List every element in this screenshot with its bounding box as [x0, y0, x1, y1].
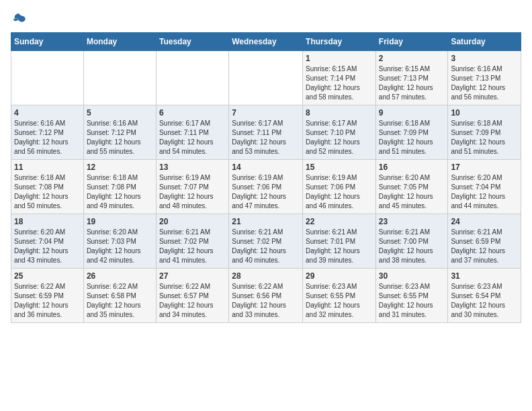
day-number: 12 [87, 163, 153, 172]
day-info: Sunrise: 6:19 AM Sunset: 7:07 PM Dayligh… [159, 173, 226, 211]
day-info: Sunrise: 6:17 AM Sunset: 7:11 PM Dayligh… [232, 119, 300, 156]
calendar-week-row: 18Sunrise: 6:20 AM Sunset: 7:04 PM Dayli… [11, 214, 521, 269]
calendar-cell: 23Sunrise: 6:21 AM Sunset: 7:00 PM Dayli… [375, 214, 448, 269]
calendar-header-row: SundayMondayTuesdayWednesdayThursdayFrid… [11, 33, 521, 51]
day-info: Sunrise: 6:16 AM Sunset: 7:13 PM Dayligh… [451, 64, 518, 102]
day-number: 10 [451, 108, 518, 118]
day-number: 24 [451, 217, 518, 226]
calendar-week-row: 25Sunrise: 6:22 AM Sunset: 6:59 PM Dayli… [11, 269, 521, 323]
calendar-cell: 5Sunrise: 6:16 AM Sunset: 7:12 PM Daylig… [83, 105, 156, 160]
day-number: 3 [451, 54, 518, 63]
day-number: 30 [379, 271, 445, 281]
calendar-week-row: 4Sunrise: 6:16 AM Sunset: 7:12 PM Daylig… [11, 105, 521, 160]
calendar-cell: 15Sunrise: 6:19 AM Sunset: 7:06 PM Dayli… [303, 160, 376, 214]
calendar-cell: 6Sunrise: 6:17 AM Sunset: 7:11 PM Daylig… [156, 105, 228, 160]
calendar-cell: 1Sunrise: 6:15 AM Sunset: 7:14 PM Daylig… [303, 51, 376, 105]
day-info: Sunrise: 6:18 AM Sunset: 7:08 PM Dayligh… [14, 173, 81, 211]
calendar-cell: 29Sunrise: 6:23 AM Sunset: 6:55 PM Dayli… [303, 269, 376, 323]
day-info: Sunrise: 6:20 AM Sunset: 7:05 PM Dayligh… [379, 173, 445, 211]
calendar-cell: 2Sunrise: 6:15 AM Sunset: 7:13 PM Daylig… [375, 51, 448, 105]
calendar-cell: 4Sunrise: 6:16 AM Sunset: 7:12 PM Daylig… [11, 105, 84, 160]
calendar-cell: 13Sunrise: 6:19 AM Sunset: 7:07 PM Dayli… [156, 160, 228, 214]
day-number: 13 [159, 163, 226, 172]
calendar-cell: 28Sunrise: 6:22 AM Sunset: 6:56 PM Dayli… [229, 269, 303, 323]
day-number: 22 [306, 217, 373, 226]
calendar-cell: 16Sunrise: 6:20 AM Sunset: 7:05 PM Dayli… [375, 160, 448, 214]
day-number: 16 [379, 163, 445, 172]
calendar-week-row: 1Sunrise: 6:15 AM Sunset: 7:14 PM Daylig… [11, 51, 521, 105]
calendar-cell: 26Sunrise: 6:22 AM Sunset: 6:58 PM Dayli… [83, 269, 156, 323]
day-info: Sunrise: 6:20 AM Sunset: 7:04 PM Dayligh… [451, 173, 518, 211]
day-number: 4 [14, 108, 81, 118]
calendar-cell: 8Sunrise: 6:17 AM Sunset: 7:10 PM Daylig… [303, 105, 376, 160]
day-of-week-header: Saturday [448, 33, 521, 51]
day-number: 11 [14, 163, 81, 172]
calendar-cell: 3Sunrise: 6:16 AM Sunset: 7:13 PM Daylig… [448, 51, 521, 105]
calendar-cell: 10Sunrise: 6:18 AM Sunset: 7:09 PM Dayli… [448, 105, 521, 160]
day-info: Sunrise: 6:23 AM Sunset: 6:54 PM Dayligh… [451, 282, 518, 320]
day-number: 7 [232, 108, 300, 118]
day-info: Sunrise: 6:17 AM Sunset: 7:10 PM Dayligh… [306, 119, 373, 156]
day-number: 21 [232, 217, 300, 226]
day-number: 23 [379, 217, 445, 226]
day-of-week-header: Friday [375, 33, 448, 51]
day-number: 8 [306, 108, 373, 118]
day-number: 1 [306, 54, 373, 63]
day-of-week-header: Sunday [11, 33, 84, 51]
day-info: Sunrise: 6:20 AM Sunset: 7:04 PM Dayligh… [14, 228, 81, 265]
day-number: 25 [14, 271, 81, 281]
calendar-cell: 7Sunrise: 6:17 AM Sunset: 7:11 PM Daylig… [229, 105, 303, 160]
day-info: Sunrise: 6:22 AM Sunset: 6:59 PM Dayligh… [14, 282, 81, 320]
day-info: Sunrise: 6:22 AM Sunset: 6:56 PM Dayligh… [232, 282, 300, 320]
day-number: 18 [14, 217, 81, 226]
day-number: 15 [306, 163, 373, 172]
calendar-cell: 20Sunrise: 6:21 AM Sunset: 7:02 PM Dayli… [156, 214, 228, 269]
day-info: Sunrise: 6:15 AM Sunset: 7:13 PM Dayligh… [379, 64, 445, 102]
day-info: Sunrise: 6:19 AM Sunset: 7:06 PM Dayligh… [306, 173, 373, 211]
day-number: 28 [232, 271, 300, 281]
calendar-table: SundayMondayTuesdayWednesdayThursdayFrid… [11, 32, 521, 323]
calendar-week-row: 11Sunrise: 6:18 AM Sunset: 7:08 PM Dayli… [11, 160, 521, 214]
calendar-cell: 19Sunrise: 6:20 AM Sunset: 7:03 PM Dayli… [83, 214, 156, 269]
calendar-cell: 30Sunrise: 6:23 AM Sunset: 6:55 PM Dayli… [375, 269, 448, 323]
page-header [11, 11, 521, 27]
day-info: Sunrise: 6:18 AM Sunset: 7:09 PM Dayligh… [451, 119, 518, 156]
logo-bird-icon [11, 11, 27, 27]
day-info: Sunrise: 6:23 AM Sunset: 6:55 PM Dayligh… [306, 282, 373, 320]
day-info: Sunrise: 6:18 AM Sunset: 7:09 PM Dayligh… [379, 119, 445, 156]
logo [11, 11, 30, 27]
day-number: 9 [379, 108, 445, 118]
calendar-cell: 27Sunrise: 6:22 AM Sunset: 6:57 PM Dayli… [156, 269, 228, 323]
calendar-cell: 24Sunrise: 6:21 AM Sunset: 6:59 PM Dayli… [448, 214, 521, 269]
day-info: Sunrise: 6:21 AM Sunset: 6:59 PM Dayligh… [451, 228, 518, 265]
day-number: 19 [87, 217, 153, 226]
day-number: 31 [451, 271, 518, 281]
day-of-week-header: Monday [83, 33, 156, 51]
calendar-cell: 12Sunrise: 6:18 AM Sunset: 7:08 PM Dayli… [83, 160, 156, 214]
calendar-cell: 9Sunrise: 6:18 AM Sunset: 7:09 PM Daylig… [375, 105, 448, 160]
day-of-week-header: Thursday [303, 33, 376, 51]
day-info: Sunrise: 6:19 AM Sunset: 7:06 PM Dayligh… [232, 173, 300, 211]
day-info: Sunrise: 6:22 AM Sunset: 6:58 PM Dayligh… [87, 282, 153, 320]
calendar-cell: 25Sunrise: 6:22 AM Sunset: 6:59 PM Dayli… [11, 269, 84, 323]
day-info: Sunrise: 6:20 AM Sunset: 7:03 PM Dayligh… [87, 228, 153, 265]
calendar-cell: 31Sunrise: 6:23 AM Sunset: 6:54 PM Dayli… [448, 269, 521, 323]
calendar-cell: 18Sunrise: 6:20 AM Sunset: 7:04 PM Dayli… [11, 214, 84, 269]
calendar-cell [11, 51, 84, 105]
day-number: 2 [379, 54, 445, 63]
day-of-week-header: Tuesday [156, 33, 228, 51]
calendar-cell [229, 51, 303, 105]
day-number: 5 [87, 108, 153, 118]
calendar-cell: 17Sunrise: 6:20 AM Sunset: 7:04 PM Dayli… [448, 160, 521, 214]
day-info: Sunrise: 6:21 AM Sunset: 7:02 PM Dayligh… [159, 228, 226, 265]
day-info: Sunrise: 6:22 AM Sunset: 6:57 PM Dayligh… [159, 282, 226, 320]
day-info: Sunrise: 6:21 AM Sunset: 7:02 PM Dayligh… [232, 228, 300, 265]
day-number: 27 [159, 271, 226, 281]
day-info: Sunrise: 6:16 AM Sunset: 7:12 PM Dayligh… [14, 119, 81, 156]
day-info: Sunrise: 6:17 AM Sunset: 7:11 PM Dayligh… [159, 119, 226, 156]
day-info: Sunrise: 6:16 AM Sunset: 7:12 PM Dayligh… [87, 119, 153, 156]
day-number: 29 [306, 271, 373, 281]
day-info: Sunrise: 6:21 AM Sunset: 7:01 PM Dayligh… [306, 228, 373, 265]
day-number: 6 [159, 108, 226, 118]
calendar-cell [156, 51, 228, 105]
